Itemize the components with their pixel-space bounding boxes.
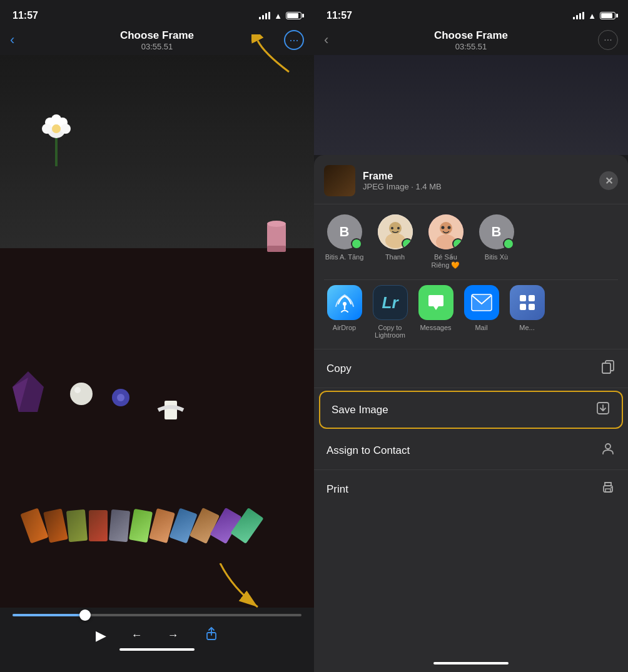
message-badge-besau bbox=[452, 238, 463, 249]
contact-name-bitis: Bitis A. Tăng bbox=[325, 253, 364, 261]
share-header: Frame JPEG Image · 1.4 MB ✕ bbox=[314, 155, 628, 204]
status-bar-right: 11:57 ▲ bbox=[314, 0, 628, 28]
app-label-messages: Messages bbox=[420, 324, 451, 331]
copy-label: Copy bbox=[327, 363, 352, 375]
close-button[interactable]: ✕ bbox=[599, 171, 618, 190]
svg-rect-44 bbox=[605, 489, 610, 492]
share-sheet: Frame JPEG Image · 1.4 MB ✕ B Bitis A. T… bbox=[314, 155, 628, 672]
action-row-print[interactable]: Print bbox=[314, 470, 628, 508]
nav-title-left: Choose Frame 03:55.51 bbox=[120, 29, 194, 51]
contact-item-besau[interactable]: Bé Sầu Riêng 🧡 bbox=[425, 214, 466, 269]
assign-contact-icon bbox=[600, 441, 615, 459]
status-icons-right: ▲ bbox=[573, 11, 615, 21]
file-thumbnail bbox=[324, 165, 355, 196]
app-item-lightroom[interactable]: Lr Copy toLightroom bbox=[370, 285, 410, 339]
status-icons-left: ▲ bbox=[259, 11, 301, 21]
contact-name-thanh: Thanh bbox=[385, 253, 405, 261]
app-label-more: Me... bbox=[519, 324, 534, 331]
file-meta: JPEG Image · 1.4 MB bbox=[363, 182, 592, 191]
app-label-airdrop: AirDrop bbox=[333, 324, 356, 331]
next-button[interactable]: → bbox=[168, 629, 179, 642]
controls-area: ▶ ← → bbox=[0, 608, 314, 672]
action-row-assign-contact[interactable]: Assign to Contact bbox=[314, 431, 628, 470]
contacts-row: B Bitis A. Tăng bbox=[314, 204, 628, 279]
nav-title-right: Choose Frame 03:55.51 bbox=[434, 29, 508, 51]
assign-contact-label: Assign to Contact bbox=[327, 444, 410, 457]
svg-rect-35 bbox=[529, 295, 535, 301]
contact-avatar-bitis: B bbox=[327, 214, 362, 249]
svg-point-25 bbox=[397, 227, 400, 229]
contact-avatar-besau bbox=[428, 214, 463, 249]
action-row-save-image[interactable]: Save Image bbox=[319, 391, 623, 429]
home-indicator-left bbox=[119, 648, 195, 651]
home-indicator-right bbox=[433, 662, 509, 664]
airdrop-icon bbox=[327, 285, 362, 320]
svg-rect-17 bbox=[267, 246, 286, 252]
svg-rect-34 bbox=[520, 295, 526, 301]
time-right: 11:57 bbox=[327, 10, 352, 21]
svg-point-31 bbox=[343, 302, 347, 306]
svg-point-24 bbox=[391, 227, 393, 229]
lightroom-icon: Lr bbox=[373, 285, 408, 320]
more-apps-icon bbox=[510, 285, 545, 320]
page-subtitle-right: 03:55.51 bbox=[434, 42, 508, 51]
mail-icon bbox=[464, 285, 499, 320]
svg-point-45 bbox=[610, 487, 612, 488]
app-item-more[interactable]: Me... bbox=[507, 285, 547, 339]
back-button-right[interactable]: ‹ bbox=[324, 32, 328, 48]
progress-fill bbox=[13, 614, 85, 616]
svg-point-12 bbox=[74, 387, 81, 393]
page-subtitle-left: 03:55.51 bbox=[120, 42, 194, 51]
share-button-left[interactable] bbox=[204, 626, 219, 644]
message-badge-bitis bbox=[351, 238, 362, 249]
app-item-airdrop[interactable]: AirDrop bbox=[324, 285, 365, 339]
app-label-mail: Mail bbox=[475, 324, 487, 331]
svg-point-6 bbox=[42, 124, 52, 134]
contact-item-thanh[interactable]: Thanh bbox=[375, 214, 415, 269]
contact-avatar-bitisxu: B bbox=[479, 214, 514, 249]
time-left: 11:57 bbox=[13, 10, 38, 21]
right-panel: 11:57 ▲ ‹ Choose Frame 03:55.51 ··· bbox=[314, 0, 628, 672]
table-surface bbox=[0, 248, 314, 608]
app-item-mail[interactable]: Mail bbox=[461, 285, 502, 339]
signal-icon-right bbox=[573, 12, 584, 19]
wifi-icon-right: ▲ bbox=[588, 11, 596, 21]
print-label: Print bbox=[327, 483, 348, 496]
copy-icon bbox=[600, 359, 615, 378]
battery-icon bbox=[286, 12, 301, 19]
file-info: Frame JPEG Image · 1.4 MB bbox=[363, 171, 592, 191]
svg-point-30 bbox=[447, 226, 450, 229]
page-title-left: Choose Frame bbox=[120, 29, 194, 42]
svg-point-11 bbox=[70, 383, 93, 405]
save-image-label: Save Image bbox=[332, 404, 388, 416]
more-button-right[interactable]: ··· bbox=[598, 30, 618, 50]
svg-point-8 bbox=[52, 124, 61, 133]
prev-button[interactable]: ← bbox=[131, 629, 143, 642]
print-icon bbox=[600, 480, 615, 498]
back-button-left[interactable]: ‹ bbox=[10, 32, 14, 48]
action-row-copy[interactable]: Copy bbox=[314, 349, 628, 388]
contact-name-bitisxu: Bitis Xù bbox=[485, 253, 508, 261]
file-name: Frame bbox=[363, 171, 592, 182]
svg-rect-32 bbox=[472, 294, 492, 311]
contact-name-besau: Bé Sầu Riêng 🧡 bbox=[425, 253, 466, 269]
svg-rect-36 bbox=[520, 304, 526, 310]
playback-controls: ▶ ← → bbox=[13, 626, 301, 644]
video-area-right bbox=[314, 55, 628, 155]
messages-icon bbox=[418, 285, 453, 320]
left-panel: 11:57 ▲ ‹ Choose Frame 03:55.51 ··· bbox=[0, 0, 314, 672]
svg-point-14 bbox=[117, 394, 124, 401]
message-badge-bitisxu bbox=[503, 238, 514, 249]
app-item-messages[interactable]: Messages bbox=[415, 285, 456, 339]
contact-item-bitis[interactable]: B Bitis A. Tăng bbox=[324, 214, 365, 269]
message-badge-thanh bbox=[402, 238, 413, 249]
signal-icon bbox=[259, 12, 270, 19]
apps-row: AirDrop Lr Copy toLightroom Messages bbox=[314, 280, 628, 349]
play-button[interactable]: ▶ bbox=[96, 628, 106, 644]
svg-point-42 bbox=[605, 444, 610, 449]
contact-item-bitisxu[interactable]: B Bitis Xù bbox=[476, 214, 517, 269]
svg-rect-16 bbox=[267, 224, 286, 249]
progress-thumb[interactable] bbox=[79, 609, 91, 621]
arrow-annotation-bottom bbox=[214, 563, 264, 616]
status-bar-left: 11:57 ▲ bbox=[0, 0, 314, 28]
